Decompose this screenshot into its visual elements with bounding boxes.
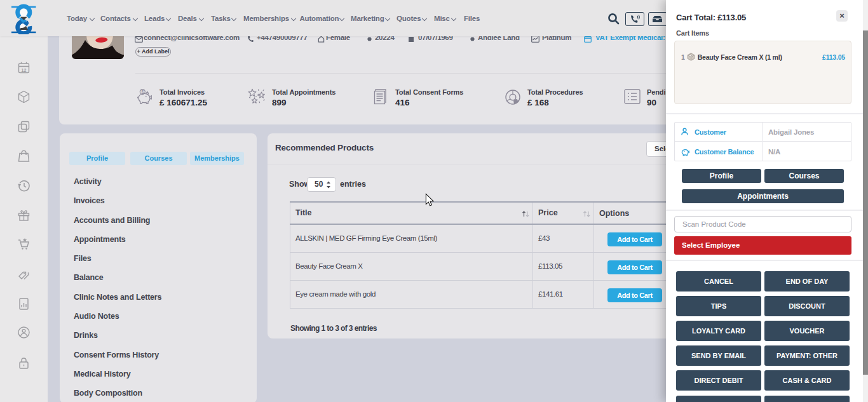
- svg-text:12: 12: [22, 68, 27, 72]
